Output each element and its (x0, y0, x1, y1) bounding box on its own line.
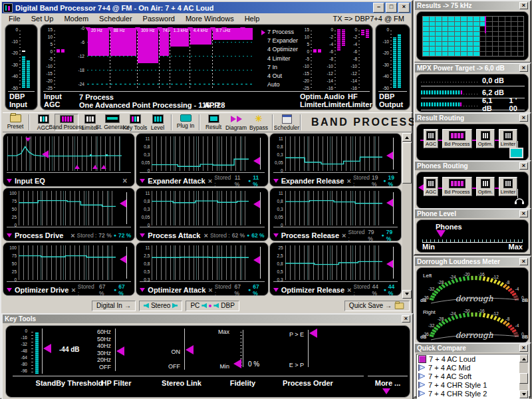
scroll-up-icon[interactable] (402, 133, 412, 142)
hp-option-50hz[interactable]: 50Hz (84, 336, 111, 342)
menu-help[interactable]: Help (239, 15, 265, 23)
eq-point[interactable] (106, 154, 108, 156)
menu-modem[interactable]: Modem (59, 15, 94, 23)
preset-7-4-ac-soft[interactable]: 7 + 4 AC Soft (417, 372, 528, 380)
phone-level-titlebar[interactable]: Phone Level × (415, 209, 530, 218)
close-icon[interactable]: × (519, 114, 528, 122)
routing-optim[interactable]: Optim. (476, 129, 495, 148)
reset-icon[interactable]: × (70, 231, 74, 239)
toolbar-st-generator[interactable]: St. Generator (101, 114, 124, 131)
expand-icon[interactable] (7, 179, 12, 183)
slider-handle[interactable] (386, 152, 393, 160)
toolbar-plug-in[interactable]: Plug In (174, 114, 197, 131)
preset-7-4-chr-style-1[interactable]: 7 + 4 CHR Style 1 (417, 381, 528, 390)
preset-7-4-ac-mid[interactable]: 7 + 4 AC Mid (417, 363, 528, 372)
scroll-down-icon[interactable] (402, 290, 412, 299)
grid-scrollbar[interactable] (402, 133, 412, 299)
eq-marker[interactable] (101, 165, 106, 169)
menu-scheduler[interactable]: Scheduler (94, 15, 138, 23)
reset-icon[interactable]: × (208, 286, 212, 294)
hp-option-30hz[interactable]: 30Hz (84, 350, 111, 356)
band-marker-icon[interactable] (157, 27, 162, 31)
reset-icon[interactable]: × (346, 177, 350, 185)
expand-icon[interactable] (273, 288, 279, 292)
stereo-link-slider[interactable] (186, 345, 194, 354)
headphones-icon[interactable] (514, 196, 525, 207)
close-icon[interactable]: × (398, 3, 410, 13)
routing-limiter[interactable]: Limiter (499, 177, 518, 196)
band-marker-icon[interactable] (168, 27, 173, 31)
stereo-link-on[interactable]: ON (154, 348, 180, 355)
quick-save-button[interactable]: Quick Save → (344, 301, 410, 311)
toolbar-result[interactable]: Result (202, 114, 225, 131)
toolbar-diagram[interactable]: Diagram (225, 114, 247, 131)
expand-icon[interactable] (273, 233, 279, 237)
preset-scrollbar[interactable] (519, 354, 528, 398)
band-marker-icon[interactable] (135, 27, 140, 31)
monitor-icon[interactable] (509, 148, 523, 158)
band-marker-icon[interactable] (108, 27, 113, 31)
routing-agc[interactable]: AGC (424, 129, 438, 148)
eq-point[interactable] (90, 154, 92, 156)
phone-level-slider[interactable] (436, 230, 446, 237)
order-pe[interactable]: P > E (280, 331, 304, 338)
status-monitor-select[interactable]: PC DBP (186, 301, 239, 311)
expand-icon[interactable] (273, 179, 279, 183)
hp-option-off[interactable]: OFF (84, 364, 111, 370)
minimize-icon[interactable]: – (373, 3, 384, 13)
phones-routing-titlebar[interactable]: Phones Routing × (415, 162, 530, 170)
menu-password[interactable]: Password (138, 15, 180, 23)
routing-optim[interactable]: Optim. (476, 177, 495, 196)
close-icon[interactable]: × (402, 315, 410, 323)
band-marker-icon[interactable] (240, 27, 245, 31)
toolbar-bypass[interactable]: ✳Bypass (247, 114, 270, 131)
eq-marker[interactable] (42, 150, 49, 158)
key-tools-titlebar[interactable]: Key Tools × (3, 315, 412, 323)
expand-icon[interactable] (140, 288, 145, 292)
mode-4-limiter[interactable]: 4 Limiter (261, 55, 300, 63)
routing-limiter[interactable]: Limiter (499, 129, 518, 148)
more-expand-icon[interactable] (382, 388, 390, 394)
eq-marker[interactable] (92, 165, 98, 169)
hp-filter-slider[interactable] (116, 346, 124, 356)
expand-icon[interactable] (140, 233, 145, 237)
menu-file[interactable]: File (3, 15, 26, 23)
toolbar-band-process[interactable]: Band Process (55, 114, 78, 131)
routing-bd-process[interactable]: Bd Process (442, 129, 471, 148)
standby-slider[interactable] (43, 344, 51, 353)
band-marker-icon[interactable] (85, 27, 90, 31)
eq-marker[interactable] (25, 138, 31, 142)
menu-more-windows[interactable]: More Windows (180, 15, 239, 23)
hp-option-60hz[interactable]: 60Hz (84, 329, 111, 335)
slider-handle[interactable] (253, 200, 260, 208)
slider-handle[interactable] (253, 157, 260, 165)
band-marker-icon[interactable] (221, 27, 227, 31)
scroll-up-icon[interactable] (519, 354, 528, 362)
slider-handle[interactable] (386, 199, 393, 207)
band-marker-icon[interactable] (210, 27, 215, 31)
scroll-down-icon[interactable] (519, 390, 528, 398)
mode-4-out[interactable]: 4 Out (261, 72, 300, 80)
status-digital-in[interactable]: Digital In → (92, 301, 136, 311)
reset-icon[interactable]: × (203, 231, 207, 239)
toolbar-scheduler[interactable]: Scheduler (275, 114, 298, 131)
mpx-titlebar[interactable]: MPX Power Target -> 6,0 dB × (415, 64, 530, 72)
slider-handle[interactable] (386, 260, 393, 268)
stereo-link-off[interactable]: OFF (154, 363, 180, 370)
status-stereo[interactable]: Stereo (139, 301, 182, 311)
close-icon[interactable]: × (519, 65, 528, 72)
reset-icon[interactable]: × (71, 286, 75, 294)
more-button[interactable]: More ... (368, 379, 408, 387)
expand-icon[interactable] (7, 233, 12, 237)
close-icon[interactable]: × (519, 210, 528, 217)
mode-7-process[interactable]: 7 Process (261, 28, 300, 37)
maximize-icon[interactable]: □ (386, 3, 397, 13)
eq-marker[interactable] (74, 165, 80, 169)
toolbar-level[interactable]: Level (146, 114, 169, 131)
close-icon[interactable]: × (519, 344, 528, 352)
expand-icon[interactable] (7, 288, 12, 292)
scroll-thumb[interactable] (519, 373, 528, 384)
close-icon[interactable]: × (519, 2, 528, 9)
dorrough-titlebar[interactable]: Dorrough Loudness Meter × (415, 257, 530, 266)
order-slider[interactable] (309, 329, 317, 338)
